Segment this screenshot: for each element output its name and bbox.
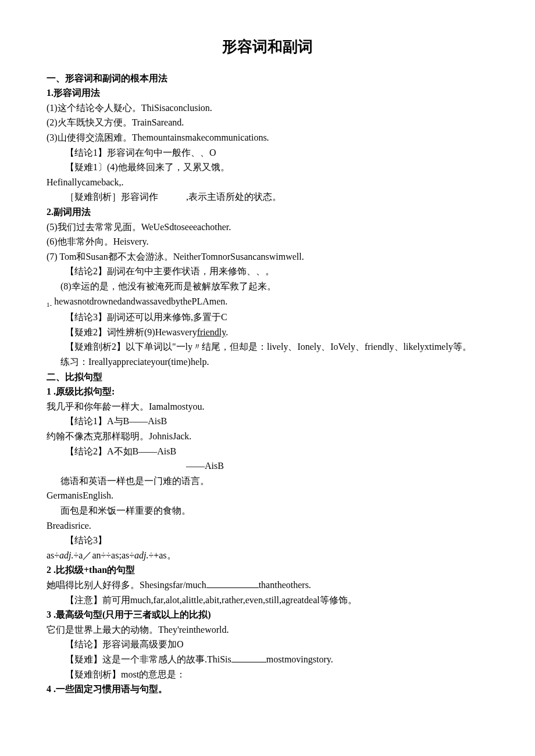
example-4: Hefinallycameback,. bbox=[47, 175, 488, 190]
difficulty-2: 【疑难2】词性辨析(9)Hewasveryfriendly. bbox=[47, 325, 488, 340]
item-5: (5)我们过去常常见面。WeUeSdtoseeeachother. bbox=[47, 220, 488, 235]
s2-line-1: 我几乎和你年龄一样大。Iamalmostyou. bbox=[47, 399, 488, 414]
s2-line-12: 她唱得比别人好得多。Shesingsfar/muchthantheothers. bbox=[47, 578, 488, 593]
s2-conclusion-sup: 【结论】形容词最高级要加O bbox=[47, 637, 488, 652]
s2-line-7: GermanisEnglish. bbox=[47, 488, 488, 503]
item-8-text: hewasnotdrownedandwassavedbythePLAmen. bbox=[54, 296, 227, 306]
s2-l12b: thantheothers. bbox=[259, 580, 311, 590]
subheading-2-4: 4 .一些固定习惯用语与句型。 bbox=[47, 682, 488, 697]
subheading-2-1: 1 .原级比拟句型: bbox=[47, 384, 488, 399]
item-8-example: 1- hewasnotdrownedandwassavedbythePLAmen… bbox=[47, 294, 488, 310]
item-7: (7) Tom和Susan都不太会游泳。NeitherTomnorSusanca… bbox=[47, 249, 488, 264]
s2-line-5: ——AisB bbox=[47, 458, 488, 474]
s2-conclusion-1: 【结论1】A与B——AisB bbox=[47, 414, 488, 429]
s2-l11a: as÷ bbox=[47, 550, 59, 560]
difficulty-analysis-1: ［疑难剖析］形容词作 ,表示主语所处的状态。 bbox=[47, 189, 488, 205]
item-6: (6)他非常外向。Heisvery. bbox=[47, 234, 488, 249]
s2-l16a: 【疑难】这是一个非常感人的故事.ThiSis bbox=[65, 654, 231, 664]
practice-1: 练习：Ireallyappreciateyour(time)help. bbox=[47, 354, 488, 370]
subheading-1-2: 2.副词用法 bbox=[47, 205, 488, 220]
s2-l16b: mostmovingstory. bbox=[266, 654, 333, 664]
item-2: (2)火车既快又方便。TrainSareand. bbox=[47, 115, 488, 130]
s2-l11-adj1: adj. bbox=[59, 550, 73, 560]
underline-friendly: friendly bbox=[197, 327, 226, 337]
blank-1 bbox=[206, 578, 259, 588]
s2-l12a: 她唱得比别人好得多。Shesingsfar/much bbox=[47, 580, 206, 590]
subheading-2-2: 2 .比拟级+than的句型 bbox=[47, 562, 488, 578]
section-1-heading: 一、形容词和副词的根本用法 bbox=[47, 71, 488, 86]
s2-line-8: 面包是和米饭一样重要的食物。 bbox=[47, 503, 488, 518]
item-1: (1)这个结论令人疑心。ThiSisaconclusion. bbox=[47, 101, 488, 116]
page-title: 形容词和副词 bbox=[47, 35, 488, 59]
s2-line-3: 约翰不像杰克那样聪明。JohnisJack. bbox=[47, 429, 488, 444]
s2-difficulty-analysis: 【疑难剖析】most的意思是： bbox=[47, 667, 488, 682]
s2-line-9: Breadisrice. bbox=[47, 518, 488, 533]
difficulty-analysis-2: 【疑难剖析2】以下单词以"一ly〃结尾，但却是：lively、Ionely、Io… bbox=[47, 339, 488, 354]
item-8: (8)幸运的是，他没有被淹死而是被解放军救了起来。 bbox=[47, 279, 488, 294]
s2-line-14: 它们是世界上最大的动物。They'reintheworld. bbox=[47, 622, 488, 637]
sub-marker: 1- bbox=[47, 301, 52, 308]
difficulty-analysis-1a: ［疑难剖析］形容词作 bbox=[65, 192, 158, 202]
s2-conclusion-2: 【结论2】A不如B——AisB bbox=[47, 444, 488, 459]
difficulty-2a: 【疑难2】词性辨析(9)Hewasvery bbox=[65, 327, 197, 337]
s2-line-11: as÷adj.÷a／an÷÷as;as÷adj.÷+as。 bbox=[47, 548, 488, 563]
difficulty-1: 【疑难1〕(4)他最终回来了，又累又饿。 bbox=[47, 160, 488, 175]
difficulty-analysis-1b: ,表示主语所处的状态。 bbox=[186, 192, 281, 202]
conclusion-3: 【结论3】副词还可以用来修饰,多置于C bbox=[47, 310, 488, 325]
difficulty-2b: . bbox=[226, 327, 228, 337]
s2-l11c: ÷+as。 bbox=[148, 550, 176, 560]
conclusion-1: 【结论1】形容词在句中一般作、、O bbox=[47, 145, 488, 160]
s2-note: 【注意】前可用much,far,alot,alittle,abit,rather… bbox=[47, 593, 488, 608]
conclusion-2: 【结论2】副词在句中主要作状语，用来修饰、、。 bbox=[47, 264, 488, 279]
section-2-heading: 二、比拟句型 bbox=[47, 370, 488, 385]
subheading-2-3: 3 .最高级句型(只用于三者或以上的比拟) bbox=[47, 607, 488, 622]
s2-difficulty-sup: 【疑难】这是一个非常感人的故事.ThiSismostmovingstory. bbox=[47, 652, 488, 667]
s2-l11-adj2: adj. bbox=[134, 550, 148, 560]
subheading-1-1: 1.形容词用法 bbox=[47, 85, 488, 101]
s2-l11b: ÷a／an÷÷as;as÷ bbox=[74, 550, 134, 560]
s2-conclusion-3: 【结论3】 bbox=[47, 533, 488, 548]
item-3: (3)山使得交流困难。Themountainsmakecommunication… bbox=[47, 130, 488, 145]
s2-line-6: 德语和英语一样也是一门难的语言。 bbox=[47, 474, 488, 489]
blank-2 bbox=[231, 653, 266, 662]
